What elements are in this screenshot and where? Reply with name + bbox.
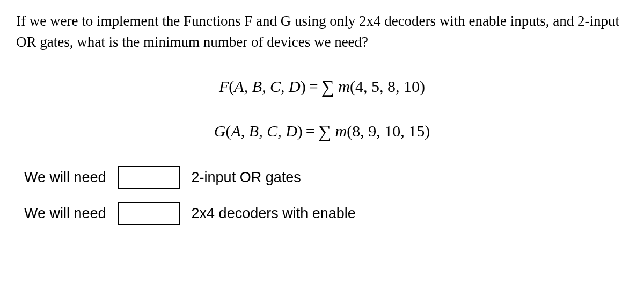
formula-f: F(A, B, C, D)=∑ m(4, 5, 8, 10) <box>219 77 425 97</box>
or-gates-input[interactable] <box>118 166 180 189</box>
answer-row-decoders: We will need 2x4 decoders with enable <box>16 202 628 225</box>
decoders-input[interactable] <box>118 202 180 225</box>
answer-row-or-gates: We will need 2-input OR gates <box>16 166 628 189</box>
answer-prefix-2: We will need <box>24 205 106 222</box>
formula-g: G(A, B, C, D)=∑ m(8, 9, 10, 15) <box>214 121 430 142</box>
answer-suffix-2: 2x4 decoders with enable <box>192 205 356 222</box>
answer-prefix-1: We will need <box>24 169 106 186</box>
formula-f-container: F(A, B, C, D)=∑ m(4, 5, 8, 10) <box>16 77 628 97</box>
question-text: If we were to implement the Functions F … <box>16 11 628 53</box>
formula-g-container: G(A, B, C, D)=∑ m(8, 9, 10, 15) <box>16 121 628 142</box>
answer-suffix-1: 2-input OR gates <box>192 169 301 186</box>
